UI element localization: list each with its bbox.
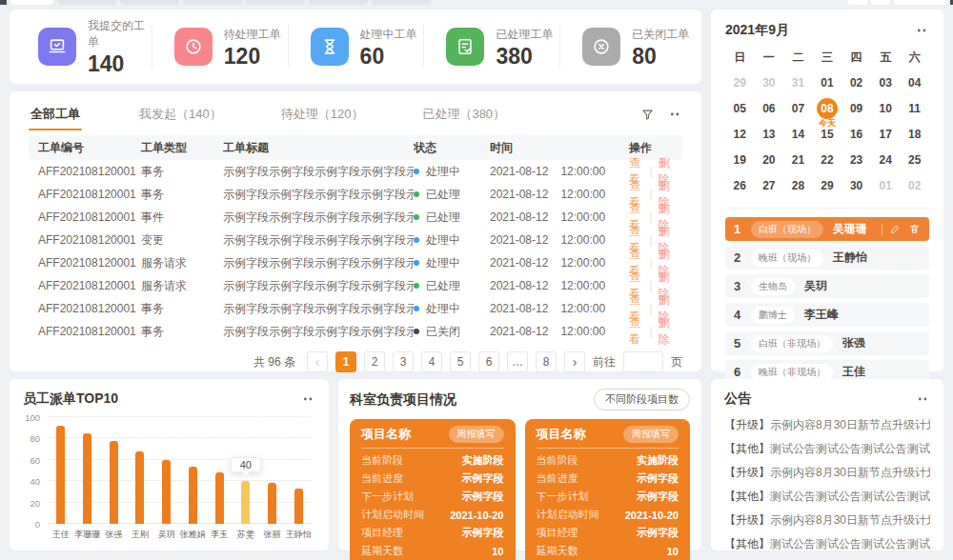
trash-icon[interactable] — [908, 223, 921, 235]
bar-吴玥[interactable] — [153, 460, 180, 524]
calendar-day[interactable]: 10 — [871, 95, 901, 121]
top-tab[interactable] — [183, 0, 242, 5]
page-button-5[interactable]: 5 — [450, 351, 471, 372]
page-button-…[interactable]: … — [507, 351, 528, 372]
calendar-day[interactable]: 26 — [725, 172, 755, 198]
top-tab-medium[interactable] — [894, 0, 946, 5]
bar-苏雯[interactable]: 40 — [233, 481, 259, 524]
calendar-day[interactable]: 09 — [841, 95, 871, 121]
calendar-day[interactable]: 11 — [900, 95, 929, 121]
calendar-day[interactable]: 21 — [783, 147, 813, 172]
weekly-report-button[interactable]: 周报填写 — [449, 426, 504, 443]
cell-order-type: 事务 — [141, 164, 223, 180]
calendar-day[interactable]: 22 — [813, 147, 842, 172]
top-tab-small[interactable] — [848, 0, 867, 5]
calendar-day[interactable]: 30 — [841, 172, 871, 198]
stat-item[interactable]: 处理中工单60 — [288, 10, 424, 84]
page-button-1[interactable]: 1 — [335, 351, 356, 372]
page-button-8[interactable]: 8 — [536, 351, 557, 372]
filter-icon[interactable] — [640, 108, 655, 122]
shift-row[interactable]: 4鹏博士李王峰 — [725, 303, 929, 327]
calendar-day[interactable]: 20 — [755, 147, 784, 172]
more-icon[interactable] — [918, 397, 930, 401]
bar-李珊珊[interactable] — [74, 433, 101, 524]
top-tab-active[interactable] — [10, 0, 53, 5]
bar-王佳[interactable] — [48, 426, 74, 524]
calendar-day-today[interactable]: 08今天 — [813, 95, 842, 121]
next-page-button[interactable]: › — [564, 351, 585, 372]
top-tab[interactable] — [309, 0, 368, 5]
calendar-day[interactable]: 29 — [813, 172, 842, 198]
calendar-day[interactable]: 25 — [900, 147, 929, 172]
bar-王静怡[interactable] — [285, 489, 312, 524]
more-icon[interactable] — [917, 29, 929, 32]
more-icon[interactable] — [670, 112, 682, 116]
calendar-day[interactable]: 18 — [900, 121, 929, 147]
calendar-day[interactable]: 02 — [841, 70, 871, 95]
calendar-day[interactable]: 30 — [755, 70, 784, 95]
calendar-day[interactable]: 05 — [725, 95, 755, 121]
page-button-3[interactable]: 3 — [393, 351, 414, 372]
calendar-day[interactable]: 23 — [841, 147, 871, 172]
bar-王刚[interactable] — [127, 451, 153, 524]
project-card[interactable]: 项目名称周报填写当前阶段实施阶段当前进度示例字段下一步计划示例字段计划启动时间2… — [350, 419, 516, 560]
top-tab[interactable] — [57, 0, 116, 5]
stat-item[interactable]: 待处理工单120 — [152, 10, 288, 84]
calendar-day[interactable]: 28 — [783, 172, 813, 198]
calendar-day[interactable]: 19 — [725, 147, 755, 172]
shift-row[interactable]: 3生物岛吴玥 — [725, 274, 929, 298]
notice-item[interactable]: 【其他】测试公告测试公告测试公告测试公告测试公告 — [724, 532, 930, 550]
prev-page-button[interactable]: ‹ — [307, 351, 328, 372]
project-card[interactable]: 项目名称周报填写当前阶段实施阶段当前进度示例字段下一步计划示例字段计划启动时间2… — [525, 419, 691, 560]
stat-item[interactable]: 已关闭工单80 — [559, 10, 696, 84]
top-tab[interactable] — [246, 0, 305, 5]
calendar-day[interactable]: 01 — [813, 70, 842, 95]
page-button-2[interactable]: 2 — [364, 351, 385, 372]
goto-page-input[interactable] — [623, 351, 663, 372]
stat-item[interactable]: 我提交的工单140 — [15, 10, 152, 84]
notice-item[interactable]: 【升级】示例内容8月30日新节点升级计划通知 — [724, 461, 930, 485]
calendar-day[interactable]: 13 — [755, 121, 784, 147]
calendar-day[interactable]: 03 — [871, 70, 901, 95]
calendar-day[interactable]: 06 — [755, 95, 784, 121]
stat-item[interactable]: 已处理工单380 — [423, 10, 559, 84]
tab-已处理（380）[interactable]: 已处理（380） — [420, 97, 507, 131]
calendar-day[interactable]: 02 — [900, 172, 929, 198]
calendar-day[interactable]: 14 — [783, 121, 813, 147]
notice-item[interactable]: 【升级】示例内容8月30日新节点升级计划通知 — [724, 509, 930, 532]
more-icon[interactable] — [303, 397, 315, 401]
bar-张雅娟[interactable] — [180, 467, 207, 524]
top-tab[interactable] — [372, 0, 431, 5]
shift-row[interactable]: 2晚班（现场）王静怡 — [725, 246, 929, 270]
top-tab-small[interactable] — [871, 0, 890, 5]
shift-row[interactable]: 5白班（非现场）张强 — [725, 331, 929, 355]
delete-link[interactable]: 删除 — [659, 315, 673, 348]
edit-icon[interactable] — [889, 223, 902, 235]
bar-张丽[interactable] — [259, 483, 286, 524]
calendar-day[interactable]: 16 — [841, 121, 871, 147]
tab-我发起（140）[interactable]: 我发起（140） — [137, 97, 224, 131]
calendar-day[interactable]: 01 — [871, 172, 901, 198]
calendar-day[interactable]: 27 — [755, 172, 784, 198]
page-button-4[interactable]: 4 — [421, 351, 442, 372]
calendar-day[interactable]: 31 — [783, 70, 813, 95]
bar-李玉[interactable] — [206, 472, 233, 524]
tab-全部工单[interactable]: 全部工单 — [29, 97, 82, 131]
calendar-day[interactable]: 29 — [725, 70, 755, 95]
page-button-6[interactable]: 6 — [478, 351, 499, 372]
notice-item[interactable]: 【升级】示例内容8月30日新节点升级计划通知 — [724, 413, 930, 437]
notice-item[interactable]: 【其他】测试公告测试公告测试公告测试公告测试公告 — [724, 437, 930, 461]
shift-row[interactable]: 1白班（现场）吴珊珊 — [725, 217, 929, 241]
top-tab[interactable] — [120, 0, 179, 5]
calendar-day[interactable]: 04 — [900, 70, 929, 95]
stage-count-button[interactable]: 不同阶段项目数 — [594, 389, 690, 410]
weekly-report-button[interactable]: 周报填写 — [623, 426, 679, 443]
tab-待处理（120）[interactable]: 待处理（120） — [279, 97, 366, 131]
calendar-day[interactable]: 17 — [871, 121, 901, 147]
view-link[interactable]: 查看 — [629, 315, 643, 348]
calendar-day[interactable]: 12 — [725, 121, 755, 147]
calendar-day[interactable]: 24 — [871, 147, 901, 172]
notice-item[interactable]: 【其他】测试公告测试公告测试公告测试公告测试公告 — [724, 485, 930, 509]
bar-张强[interactable] — [100, 441, 127, 524]
calendar-day[interactable]: 07 — [783, 95, 813, 121]
